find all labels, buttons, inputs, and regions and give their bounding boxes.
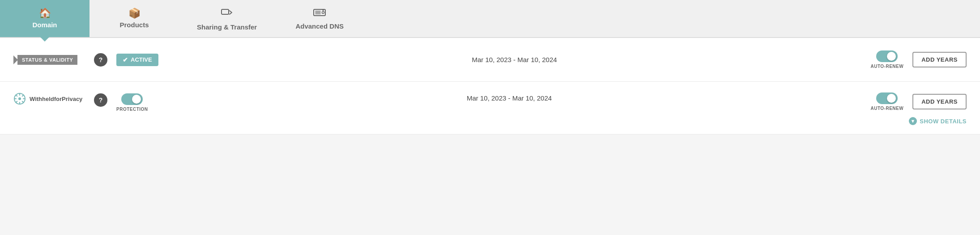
tab-domain[interactable]: 🏠 Domain xyxy=(0,0,89,37)
svg-line-14 xyxy=(22,101,24,103)
home-icon: 🏠 xyxy=(39,8,51,18)
protection-toggle-wrap: PROTECTION xyxy=(116,93,148,112)
protection-slider xyxy=(121,93,143,105)
tab-sharing-label: Sharing & Transfer xyxy=(197,23,257,31)
tab-dns-label: Advanced DNS xyxy=(295,22,344,30)
svg-point-3 xyxy=(323,10,324,11)
auto-renew-toggle-wrap: AUTO-RENEW xyxy=(870,50,903,69)
status-validity-label: STATUS & VALIDITY xyxy=(17,55,77,65)
protection-toggle[interactable] xyxy=(121,93,143,105)
svg-line-13 xyxy=(16,95,17,97)
tab-sharing[interactable]: Sharing & Transfer xyxy=(179,0,275,37)
show-details-button[interactable]: ▼ SHOW DETAILS xyxy=(909,117,967,125)
tab-products-label: Products xyxy=(119,21,149,29)
tab-navigation: 🏠 Domain 📦 Products Sharing & Transfer A xyxy=(0,0,980,38)
check-icon: ✔ xyxy=(123,56,128,63)
transfer-icon xyxy=(221,6,233,21)
dns-icon xyxy=(313,7,326,20)
box-icon: 📦 xyxy=(128,8,141,18)
toggle-slider xyxy=(876,50,898,62)
privacy-row: WithheldforPrivacy ? PROTECTION Mar 10, … xyxy=(0,82,980,134)
status-row: STATUS & VALIDITY ? ✔ ACTIVE Mar 10, 202… xyxy=(0,38,980,82)
tab-products[interactable]: 📦 Products xyxy=(89,0,179,37)
svg-line-16 xyxy=(16,101,17,103)
protection-label: PROTECTION xyxy=(116,107,148,112)
auto-renew-toggle[interactable] xyxy=(876,50,898,62)
status-label-block: STATUS & VALIDITY xyxy=(13,55,85,65)
tab-dns[interactable]: Advanced DNS xyxy=(275,0,364,37)
privacy-auto-renew-label: AUTO-RENEW xyxy=(870,106,903,111)
status-date-range: Mar 10, 2023 - Mar 10, 2024 xyxy=(167,56,862,63)
active-badge: ✔ ACTIVE xyxy=(116,54,158,66)
svg-point-2 xyxy=(322,12,324,14)
active-label: ACTIVE xyxy=(131,56,152,63)
tab-domain-label: Domain xyxy=(32,21,57,29)
status-help-button[interactable]: ? xyxy=(94,53,107,67)
svg-rect-0 xyxy=(222,9,229,14)
main-content: STATUS & VALIDITY ? ✔ ACTIVE Mar 10, 202… xyxy=(0,38,980,134)
svg-line-15 xyxy=(22,95,24,97)
add-years-button-status[interactable]: ADD YEARS xyxy=(912,52,967,67)
show-details-label: SHOW DETAILS xyxy=(920,118,967,125)
svg-point-8 xyxy=(18,97,21,100)
privacy-date-range: Mar 10, 2023 - Mar 10, 2024 xyxy=(157,94,862,102)
auto-renew-label: AUTO-RENEW xyxy=(870,64,903,69)
privacy-auto-renew-toggle-wrap: AUTO-RENEW xyxy=(870,92,903,111)
privacy-auto-renew-toggle[interactable] xyxy=(876,92,898,104)
privacy-help-button[interactable]: ? xyxy=(94,93,107,107)
privacy-brand: WithheldforPrivacy xyxy=(13,92,85,105)
add-years-button-privacy[interactable]: ADD YEARS xyxy=(912,94,967,109)
privacy-brand-name: WithheldforPrivacy xyxy=(30,96,82,102)
privacy-logo xyxy=(13,92,26,105)
privacy-auto-renew-slider xyxy=(876,92,898,104)
chevron-down-icon: ▼ xyxy=(909,117,917,125)
